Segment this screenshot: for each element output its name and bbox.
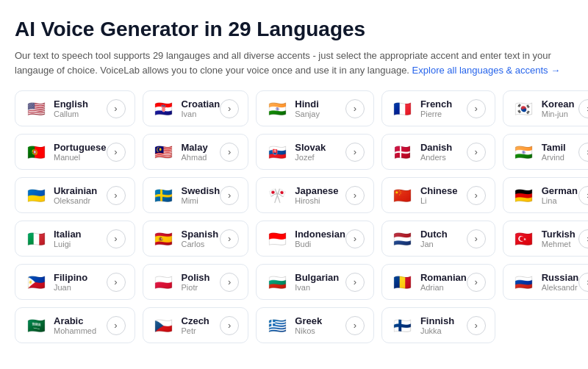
- flag-polish: 🇵🇱: [152, 274, 176, 290]
- lang-left: 🇹🇷 Turkish Mehmet: [512, 229, 576, 248]
- lang-arrow-button[interactable]: ›: [345, 229, 365, 248]
- lang-arrow-button[interactable]: ›: [107, 186, 126, 205]
- lang-card-danish[interactable]: 🇩🇰 Danish Anders ›: [381, 134, 495, 170]
- lang-arrow-button[interactable]: ›: [107, 229, 126, 248]
- lang-arrow-button[interactable]: ›: [467, 229, 486, 248]
- lang-left: 🇳🇱 Dutch Jan: [391, 229, 448, 248]
- flag-spanish: 🇪🇸: [152, 231, 176, 247]
- flag-french: 🇫🇷: [391, 101, 415, 117]
- lang-left: 🇮🇩 Indonesian Budi: [265, 229, 345, 248]
- lang-arrow-button[interactable]: ›: [220, 273, 239, 292]
- lang-card-tamil[interactable]: 🇮🇳 Tamil Arvind ›: [503, 134, 588, 170]
- flag-korean: 🇰🇷: [512, 101, 536, 117]
- lang-arrow-button[interactable]: ›: [578, 186, 588, 205]
- flag-filipino: 🇵🇭: [24, 274, 48, 290]
- lang-arrow-button[interactable]: ›: [578, 99, 588, 118]
- lang-card-portuguese[interactable]: 🇵🇹 Portuguese Manuel ›: [15, 134, 135, 170]
- lang-arrow-button[interactable]: ›: [220, 186, 239, 205]
- lang-person: Piotr: [182, 283, 210, 292]
- lang-card-romanian[interactable]: 🇷🇴 Romanian Adrian ›: [381, 264, 495, 300]
- lang-person: Anders: [420, 153, 452, 162]
- lang-card-finnish[interactable]: 🇫🇮 Finnish Jukka ›: [381, 307, 495, 343]
- lang-arrow-button[interactable]: ›: [467, 186, 486, 205]
- lang-card-english[interactable]: 🇺🇸 English Callum ›: [15, 90, 135, 126]
- lang-card-bulgarian[interactable]: 🇧🇬 Bulgarian Ivan ›: [256, 264, 374, 300]
- lang-name: Hindi: [295, 98, 320, 110]
- lang-arrow-button[interactable]: ›: [220, 143, 239, 162]
- lang-arrow-button[interactable]: ›: [107, 99, 126, 118]
- lang-arrow-button[interactable]: ›: [467, 316, 486, 335]
- lang-card-croatian[interactable]: 🇭🇷 Croatian Ivan ›: [143, 90, 249, 126]
- lang-card-chinese[interactable]: 🇨🇳 Chinese Li ›: [381, 177, 495, 213]
- flag-english: 🇺🇸: [24, 101, 48, 117]
- lang-arrow-button[interactable]: ›: [107, 273, 126, 292]
- lang-arrow-button[interactable]: ›: [107, 143, 126, 162]
- lang-left: 🇪🇸 Spanish Carlos: [152, 229, 219, 248]
- lang-arrow-button[interactable]: ›: [345, 143, 365, 162]
- lang-person: Jan: [420, 240, 448, 248]
- lang-arrow-button[interactable]: ›: [345, 316, 365, 335]
- lang-name: Czech: [182, 315, 209, 326]
- lang-left: 🇩🇰 Danish Anders: [391, 142, 452, 162]
- lang-person: Juan: [54, 283, 87, 292]
- lang-card-greek[interactable]: 🇬🇷 Greek Nikos ›: [256, 307, 374, 343]
- flag-slovak: 🇸🇰: [265, 144, 289, 160]
- lang-name: German: [542, 185, 578, 196]
- lang-card-french[interactable]: 🇫🇷 French Pierre ›: [381, 90, 495, 126]
- lang-name: Slovak: [295, 142, 326, 153]
- lang-arrow-button[interactable]: ›: [467, 99, 486, 118]
- lang-arrow-button[interactable]: ›: [220, 229, 239, 248]
- lang-card-polish[interactable]: 🇵🇱 Polish Piotr ›: [143, 264, 249, 300]
- lang-arrow-button[interactable]: ›: [578, 143, 588, 162]
- lang-person: Luigi: [54, 240, 82, 248]
- lang-person: Aleksandr: [542, 283, 579, 292]
- lang-arrow-button[interactable]: ›: [107, 316, 126, 335]
- lang-card-spanish[interactable]: 🇪🇸 Spanish Carlos ›: [143, 221, 249, 257]
- lang-arrow-button[interactable]: ›: [345, 273, 365, 292]
- lang-card-italian[interactable]: 🇮🇹 Italian Luigi ›: [15, 221, 135, 257]
- lang-card-czech[interactable]: 🇨🇿 Czech Petr ›: [143, 307, 249, 343]
- lang-arrow-button[interactable]: ›: [220, 316, 239, 335]
- lang-card-dutch[interactable]: 🇳🇱 Dutch Jan ›: [381, 221, 495, 257]
- lang-card-arabic[interactable]: 🇸🇦 Arabic Mohammed ›: [15, 307, 135, 343]
- lang-name: Dutch: [420, 229, 448, 240]
- lang-name: Tamil: [542, 142, 566, 153]
- lang-person: Mehmet: [542, 240, 576, 248]
- flag-greek: 🇬🇷: [265, 318, 289, 334]
- lang-card-japanese[interactable]: 🎌 Japanese Hiroshi ›: [256, 177, 374, 213]
- lang-card-malay[interactable]: 🇲🇾 Malay Ahmad ›: [143, 134, 249, 170]
- lang-left: 🇨🇳 Chinese Li: [391, 185, 458, 205]
- explore-link[interactable]: Explore all languages & accents →: [412, 65, 561, 76]
- flag-ukrainian: 🇺🇦: [24, 187, 48, 204]
- lang-card-slovak[interactable]: 🇸🇰 Slovak Jozef ›: [256, 134, 374, 170]
- lang-card-hindi[interactable]: 🇮🇳 Hindi Sanjay ›: [256, 90, 374, 126]
- lang-person: Mimi: [182, 196, 220, 205]
- lang-person: Adrian: [420, 283, 467, 292]
- flag-italian: 🇮🇹: [24, 231, 48, 247]
- lang-name: French: [420, 98, 452, 110]
- lang-card-indonesian[interactable]: 🇮🇩 Indonesian Budi ›: [256, 221, 374, 257]
- lang-arrow-button[interactable]: ›: [345, 99, 365, 118]
- lang-name: Polish: [182, 272, 210, 283]
- lang-arrow-button[interactable]: ›: [345, 186, 365, 205]
- lang-card-filipino[interactable]: 🇵🇭 Filipino Juan ›: [15, 264, 135, 300]
- lang-name: Italian: [54, 229, 82, 240]
- flag-croatian: 🇭🇷: [152, 101, 176, 117]
- lang-arrow-button[interactable]: ›: [578, 229, 588, 248]
- lang-arrow-button[interactable]: ›: [220, 99, 239, 118]
- lang-arrow-button[interactable]: ›: [578, 273, 588, 292]
- page-title: AI Voice Generator in 29 Languages: [15, 18, 573, 41]
- lang-card-ukrainian[interactable]: 🇺🇦 Ukrainian Oleksandr ›: [15, 177, 135, 213]
- language-grid: 🇺🇸 English Callum › 🇭🇷 Croatian Ivan › 🇮…: [15, 90, 573, 343]
- lang-card-russian[interactable]: 🇷🇺 Russian Aleksandr ›: [503, 264, 588, 300]
- lang-name: Japanese: [295, 185, 338, 196]
- lang-card-swedish[interactable]: 🇸🇪 Swedish Mimi ›: [143, 177, 249, 213]
- lang-card-korean[interactable]: 🇰🇷 Korean Min-jun ›: [503, 90, 588, 126]
- lang-person: Sanjay: [295, 110, 320, 118]
- lang-left: 🇸🇦 Arabic Mohammed: [24, 315, 96, 335]
- lang-arrow-button[interactable]: ›: [467, 143, 486, 162]
- lang-person: Callum: [54, 110, 88, 118]
- lang-card-german[interactable]: 🇩🇪 German Lina ›: [503, 177, 588, 213]
- lang-arrow-button[interactable]: ›: [467, 273, 486, 292]
- lang-card-turkish[interactable]: 🇹🇷 Turkish Mehmet ›: [503, 221, 588, 257]
